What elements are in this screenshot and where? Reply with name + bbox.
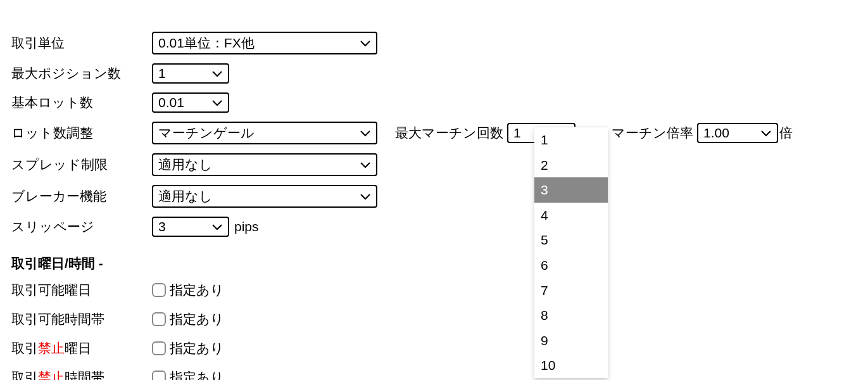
- dropdown-max-martin[interactable]: 12345678910: [534, 127, 608, 378]
- chevron-down-icon: [760, 129, 772, 137]
- dropdown-option[interactable]: 2: [534, 153, 608, 178]
- label-enable-time: 取引可能時間帯: [11, 310, 152, 328]
- select-spread-limit-value: 適用なし: [158, 156, 213, 174]
- select-slippage[interactable]: 3: [152, 217, 229, 237]
- dropdown-option[interactable]: 4: [534, 203, 608, 228]
- chevron-down-icon: [211, 223, 223, 231]
- label-spread-limit: スプレッド制限: [11, 156, 152, 174]
- label-prohibit-days-red: 禁止: [38, 341, 65, 355]
- label-prohibit-time-red: 禁止: [38, 370, 65, 380]
- suffix-martin-mult: 倍: [779, 124, 793, 142]
- dropdown-option[interactable]: 1: [534, 127, 608, 153]
- label-lot-adjust: ロット数調整: [11, 124, 152, 142]
- chevron-down-icon: [211, 99, 223, 106]
- select-trade-unit-value: 0.01単位：FX他: [158, 34, 255, 52]
- label-enable-days: 取引可能曜日: [11, 281, 152, 299]
- label-prohibit-time-pre: 取引: [11, 370, 38, 380]
- select-max-martin-value: 1: [513, 125, 521, 141]
- select-spread-limit[interactable]: 適用なし: [152, 153, 377, 176]
- checkbox-enable-time[interactable]: [152, 312, 166, 326]
- dropdown-option[interactable]: 9: [534, 328, 608, 353]
- select-lot-adjust-value: マーチンゲール: [158, 124, 255, 142]
- select-max-positions-value: 1: [158, 66, 166, 81]
- checkbox-label-prohibit-days: 指定あり: [170, 339, 224, 357]
- dropdown-option[interactable]: 3: [534, 177, 608, 203]
- label-prohibit-days-post: 曜日: [65, 341, 91, 355]
- checkbox-label-enable-time: 指定あり: [170, 310, 224, 328]
- dropdown-option[interactable]: 8: [534, 303, 608, 328]
- select-max-positions[interactable]: 1: [152, 63, 229, 84]
- chevron-down-icon: [360, 39, 371, 47]
- label-prohibit-days-pre: 取引: [11, 341, 38, 355]
- checkbox-prohibit-time[interactable]: [152, 370, 166, 380]
- label-max-martin: 最大マーチン回数: [395, 124, 503, 142]
- checkbox-enable-days[interactable]: [152, 283, 166, 297]
- dropdown-option[interactable]: 10: [534, 353, 608, 378]
- select-lot-adjust[interactable]: マーチンゲール: [152, 122, 377, 144]
- suffix-slippage: pips: [234, 219, 259, 234]
- chevron-down-icon: [360, 193, 371, 200]
- select-base-lot-value: 0.01: [158, 95, 184, 110]
- label-prohibit-time: 取引禁止時間帯: [11, 369, 152, 380]
- label-trade-unit: 取引単位: [11, 34, 152, 52]
- dropdown-option[interactable]: 5: [534, 227, 608, 253]
- checkbox-prohibit-days[interactable]: [152, 341, 166, 355]
- label-max-positions: 最大ポジション数: [11, 65, 152, 82]
- select-breaker-value: 適用なし: [158, 187, 213, 205]
- checkbox-label-enable-days: 指定あり: [170, 281, 224, 299]
- chevron-down-icon: [211, 70, 223, 77]
- select-martin-mult-value: 1.00: [703, 125, 729, 141]
- checkbox-label-prohibit-time: 指定あり: [170, 369, 224, 380]
- label-breaker: ブレーカー機能: [11, 187, 152, 205]
- label-base-lot: 基本ロット数: [11, 94, 152, 111]
- dropdown-option[interactable]: 6: [534, 253, 608, 278]
- section-header-trading-schedule: 取引曜日/時間 -: [11, 255, 868, 272]
- select-base-lot[interactable]: 0.01: [152, 92, 229, 113]
- chevron-down-icon: [360, 161, 371, 168]
- dropdown-option[interactable]: 7: [534, 278, 608, 303]
- chevron-down-icon: [360, 129, 371, 137]
- label-slippage: スリッページ: [11, 218, 152, 236]
- select-trade-unit[interactable]: 0.01単位：FX他: [152, 32, 377, 54]
- select-slippage-value: 3: [158, 219, 166, 234]
- select-breaker[interactable]: 適用なし: [152, 185, 377, 208]
- label-prohibit-time-post: 時間帯: [65, 370, 104, 380]
- label-prohibit-days: 取引禁止曜日: [11, 339, 152, 357]
- label-martin-mult: マーチン倍率: [612, 124, 693, 142]
- select-martin-mult[interactable]: 1.00: [697, 123, 778, 143]
